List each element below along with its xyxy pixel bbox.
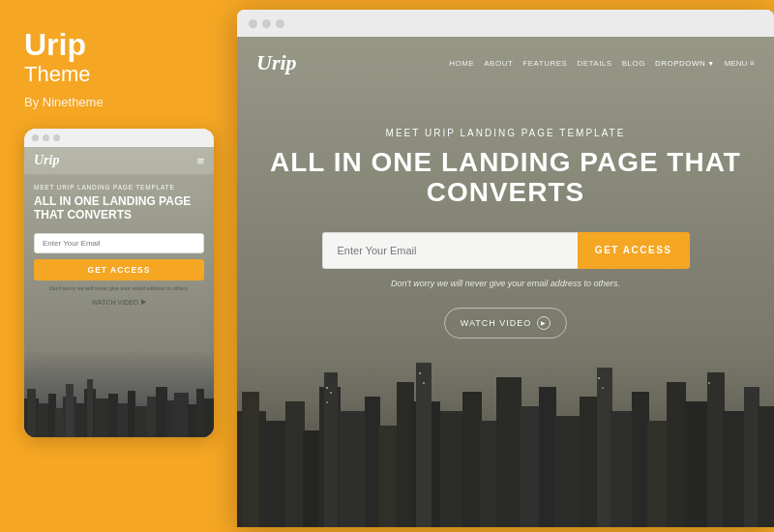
svg-rect-21 xyxy=(203,399,214,437)
svg-rect-44 xyxy=(597,368,612,527)
svg-rect-38 xyxy=(480,421,497,527)
dropdown-label: DROPDOWN xyxy=(655,59,705,68)
browser-dot-3 xyxy=(276,19,284,28)
mobile-watch-video[interactable]: WATCH VIDEO ▶ xyxy=(34,298,204,306)
svg-rect-61 xyxy=(708,382,710,384)
brand-name: Urip Theme xyxy=(24,29,90,87)
left-panel: Urip Theme By Ninetheme Urip ≡ MEET URIP… xyxy=(0,0,237,532)
svg-rect-35 xyxy=(416,363,432,527)
mobile-logo: Urip xyxy=(34,153,59,168)
svg-rect-36 xyxy=(440,411,464,527)
svg-rect-53 xyxy=(758,406,774,527)
svg-rect-16 xyxy=(156,387,167,437)
svg-rect-52 xyxy=(744,387,759,527)
svg-rect-54 xyxy=(326,387,328,389)
nav-about[interactable]: ABOUT xyxy=(484,59,513,68)
browser-content: Urip HOME ABOUT FEATURES DETAILS BLOG DR… xyxy=(237,37,774,527)
desktop-logo: Urip xyxy=(256,50,297,75)
svg-rect-26 xyxy=(285,401,305,527)
mobile-headline: ALL IN ONE LANDING PAGE THAT CONVERTS xyxy=(34,194,204,222)
desktop-nav: Urip HOME ABOUT FEATURES DETAILS BLOG DR… xyxy=(237,37,774,89)
svg-rect-7 xyxy=(75,403,85,437)
desktop-cta-button[interactable]: GET ACCESS xyxy=(578,232,690,269)
menu-icon: ≡ xyxy=(750,59,755,68)
svg-rect-3 xyxy=(48,394,56,437)
nav-details[interactable]: DETAILS xyxy=(577,59,611,68)
svg-rect-11 xyxy=(108,394,118,437)
desktop-headline: ALL IN ONE LANDING PAGE THAT CONVERTS xyxy=(266,148,745,208)
desktop-hero: MEET URIP LANDING PAGE TEMPLATE ALL IN O… xyxy=(237,89,774,339)
mobile-play-icon: ▶ xyxy=(141,298,146,306)
svg-rect-58 xyxy=(423,382,425,384)
svg-rect-45 xyxy=(610,411,634,527)
svg-rect-46 xyxy=(632,392,649,527)
mobile-cityscape xyxy=(24,350,214,437)
brand-by: By Ninetheme xyxy=(24,95,104,109)
desktop-cityscape xyxy=(237,334,774,527)
nav-blog[interactable]: BLOG xyxy=(622,59,645,68)
dot-2 xyxy=(43,134,49,141)
dot-1 xyxy=(32,134,39,141)
svg-rect-48 xyxy=(667,382,686,527)
svg-rect-57 xyxy=(419,372,421,374)
mobile-cta-button[interactable]: GET ACCESS xyxy=(34,259,204,281)
desktop-nav-links: HOME ABOUT FEATURES DETAILS BLOG DROPDOW… xyxy=(449,59,755,68)
svg-rect-2 xyxy=(38,403,49,437)
dot-3 xyxy=(53,134,60,141)
svg-rect-25 xyxy=(264,421,288,527)
menu-label: MENU xyxy=(725,59,748,68)
mobile-tagline: MEET URIP LANDING PAGE TEMPLATE xyxy=(34,184,204,191)
mobile-menu-icon[interactable]: ≡ xyxy=(196,154,204,168)
desktop-disclaimer: Don't worry we will never give your emai… xyxy=(266,279,745,288)
nav-menu[interactable]: MENU ≡ xyxy=(725,59,755,68)
svg-rect-17 xyxy=(166,400,175,437)
right-panel: Urip HOME ABOUT FEATURES DETAILS BLOG DR… xyxy=(237,10,774,527)
svg-rect-15 xyxy=(147,397,157,437)
brand-title: Urip xyxy=(24,29,90,60)
browser-dot-1 xyxy=(249,19,257,28)
browser-dot-2 xyxy=(262,19,271,28)
svg-rect-20 xyxy=(196,389,204,437)
mobile-nav: Urip ≡ xyxy=(24,147,214,174)
svg-rect-24 xyxy=(242,392,259,527)
svg-rect-41 xyxy=(539,387,556,527)
svg-rect-40 xyxy=(520,406,541,527)
watch-video-label: WATCH VIDEO xyxy=(461,318,532,328)
svg-rect-12 xyxy=(117,403,129,437)
nav-dropdown[interactable]: DROPDOWN ▼ xyxy=(655,59,715,68)
chevron-down-icon: ▼ xyxy=(707,60,714,67)
svg-rect-27 xyxy=(303,430,320,527)
svg-rect-29 xyxy=(324,372,338,527)
mobile-email-input[interactable] xyxy=(34,233,204,253)
svg-rect-19 xyxy=(188,404,197,437)
mobile-mockup: Urip ≡ MEET URIP LANDING PAGE TEMPLATE A… xyxy=(24,129,214,437)
svg-rect-47 xyxy=(647,421,669,527)
svg-rect-59 xyxy=(598,377,600,379)
svg-rect-1 xyxy=(27,389,36,437)
brand-subtitle: Theme xyxy=(24,62,90,87)
svg-rect-31 xyxy=(365,397,380,527)
svg-rect-49 xyxy=(684,401,709,527)
svg-rect-60 xyxy=(602,387,604,389)
svg-rect-32 xyxy=(378,426,400,527)
nav-features[interactable]: FEATURES xyxy=(522,59,567,68)
desktop-watch-video[interactable]: WATCH VIDEO ▶ xyxy=(444,308,568,339)
svg-rect-13 xyxy=(128,391,135,437)
svg-rect-6 xyxy=(66,384,74,437)
desktop-tagline: MEET URIP LANDING PAGE TEMPLATE xyxy=(266,128,745,138)
play-icon: ▶ xyxy=(537,316,551,330)
svg-rect-50 xyxy=(707,372,725,527)
svg-rect-9 xyxy=(87,379,93,437)
mobile-disclaimer: Don't worry we will never give your emai… xyxy=(34,285,204,293)
mobile-titlebar xyxy=(24,129,214,147)
svg-rect-56 xyxy=(326,401,328,403)
nav-home[interactable]: HOME xyxy=(449,59,474,68)
svg-rect-55 xyxy=(330,392,332,394)
browser-titlebar xyxy=(237,10,774,37)
desktop-email-input[interactable] xyxy=(322,232,578,269)
svg-rect-42 xyxy=(554,416,581,527)
svg-rect-10 xyxy=(95,399,109,437)
mobile-hero: MEET URIP LANDING PAGE TEMPLATE ALL IN O… xyxy=(24,174,214,313)
svg-rect-51 xyxy=(723,411,746,527)
svg-rect-30 xyxy=(340,411,367,527)
